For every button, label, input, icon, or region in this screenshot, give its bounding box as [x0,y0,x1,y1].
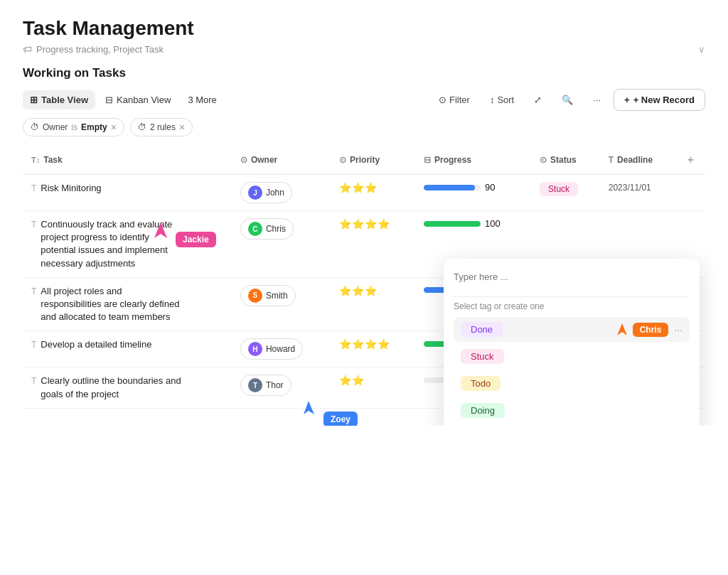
subtitle-icon: 🏷 [23,44,32,55]
col-status: ⊙ Status [531,146,600,174]
svg-marker-2 [617,323,627,335]
priority-cell: ⭐⭐ [331,367,415,408]
owner-cell: T Thor [232,367,331,408]
priority-cell: ⭐⭐⭐ [331,174,415,211]
progress-cell: 90 [415,174,531,211]
sort-icon: ↕ [490,95,495,105]
status-dropdown: Select tag or create one Done Chris ··· … [444,259,700,426]
priority-cell: ⭐⭐⭐⭐ [331,211,415,278]
filter-chip-owner[interactable]: ⏱ Owner is Empty × [23,118,124,136]
tag-todo-pill: Todo [461,376,500,391]
filter-bar: ⏱ Owner is Empty × ⏱ 2 rules × [23,118,705,136]
clock-icon: ⏱ [31,122,39,132]
task-type-icon: T [31,183,36,193]
zoey-annotation: Zoey [323,412,358,426]
avatar: C [248,222,262,236]
status-cell[interactable]: Stuck [531,174,600,211]
owner-chip[interactable]: J John [240,182,292,203]
avatar: H [248,342,262,356]
tag-option-todo[interactable]: Todo [454,371,690,396]
table-row: T Risk Minitoring J John ⭐⭐⭐ [23,174,705,211]
filter-chip-rules[interactable]: ⏱ 2 rules × [130,118,193,136]
search-btn[interactable]: 🔍 [555,90,580,109]
owner-chip[interactable]: T Thor [240,375,291,396]
dropdown-label: Select tag or create one [454,301,690,311]
search-icon: 🔍 [562,95,573,105]
tag-option-doing[interactable]: Doing [454,398,690,423]
add-column-btn[interactable]: + [676,146,705,174]
tag-search-input[interactable] [454,269,690,285]
owner-chip[interactable]: S Smith [240,285,296,306]
col-priority: ⊙ Priority [331,146,415,174]
kanban-view-icon: ⊟ [105,95,113,105]
col-owner: ⊙ Owner [232,146,331,174]
more-actions-btn[interactable]: ··· [586,90,608,109]
svg-marker-0 [154,222,167,238]
task-type-icon: T [31,376,36,386]
new-record-button[interactable]: + + New Record [614,89,705,111]
task-cell: T All project roles and responsibilities… [23,277,232,331]
tag-doing-pill: Doing [461,403,505,418]
subtitle-chevron[interactable]: ∨ [698,44,705,55]
deadline-col-icon: T [609,155,614,165]
pink-cursor-arrow [154,222,167,241]
filter-icon: ⊙ [439,95,446,105]
expand-btn[interactable]: ⤢ [527,90,549,109]
priority-col-icon: ⊙ [339,155,346,165]
add-col-icon: + [687,154,694,166]
rules-icon: ⏱ [138,122,146,132]
task-col-icon: T↕ [31,156,40,164]
avatar: S [248,289,262,303]
plus-icon: + [624,95,630,105]
task-cell: T Clearly outline the boundaries and goa… [23,367,232,408]
jackie-annotation: Jackie [176,232,216,247]
task-type-icon: T [31,340,36,350]
task-cell: T Risk Minitoring [23,174,232,211]
col-task: T↕ Task [23,146,232,174]
avatar: T [248,378,262,392]
tag-option-stuck[interactable]: Stuck [454,344,690,369]
svg-marker-1 [304,401,314,414]
owner-cell: S Smith [232,277,331,331]
tag-option-done[interactable]: Done Chris ··· [454,317,690,342]
sort-btn[interactable]: ↕ Sort [483,90,521,109]
owner-cell: J John [232,174,331,211]
view-switcher: ⊞ Table View ⊟ Kanban View 3 More [23,90,427,109]
filter-btn[interactable]: ⊙ Filter [432,90,477,109]
priority-cell: ⭐⭐⭐⭐ [331,331,415,367]
task-type-icon: T [31,286,36,296]
toolbar-actions: ⊙ Filter ↕ Sort ⤢ 🔍 ··· + + New Record [432,89,705,111]
task-cell: T Develop a detailed timeline [23,331,232,367]
section-title: Working on Tasks [23,66,705,80]
progress-bar [424,221,481,227]
table-view-btn[interactable]: ⊞ Table View [23,90,95,109]
progress-col-icon: ⊟ [424,155,431,165]
remove-owner-filter[interactable]: × [111,122,117,132]
more-options-btn[interactable]: ··· [674,324,682,335]
owner-chip[interactable]: H Howard [240,338,303,360]
kanban-view-btn[interactable]: ⊟ Kanban View [98,90,178,109]
status-badge[interactable]: Stuck [540,182,578,196]
orange-cursor-icon [617,323,627,335]
priority-cell: ⭐⭐⭐ [331,277,415,331]
col-deadline: T Deadline [600,146,676,174]
owner-chip[interactable]: C Chris [240,218,294,240]
subtitle: 🏷 Progress tracking, Project Task ∨ [23,44,705,55]
progress-bar [424,185,481,190]
chris-dropdown-annotation: Chris [633,323,669,337]
more-views-btn[interactable]: 3 More [181,90,223,109]
col-progress: ⊟ Progress [415,146,531,174]
tag-stuck-pill: Stuck [461,349,504,364]
owner-cell: H Howard [232,331,331,367]
more-icon: ··· [593,95,601,105]
expand-icon: ⤢ [534,95,542,105]
remove-rules-filter[interactable]: × [179,122,185,132]
owner-col-icon: ⊙ [240,155,247,165]
deadline-cell: 2023/11/01 [600,174,676,211]
avatar: J [248,186,262,200]
toolbar: ⊞ Table View ⊟ Kanban View 3 More ⊙ Filt… [23,89,705,111]
table-view-icon: ⊞ [30,95,38,105]
blue-cursor-arrow [304,401,314,417]
status-col-icon: ⊙ [540,155,547,165]
task-type-icon: T [31,220,36,230]
